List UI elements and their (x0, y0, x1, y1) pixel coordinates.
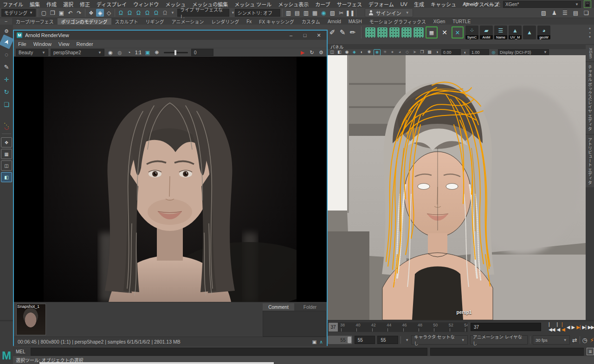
quad-draw-pen-icon[interactable]: ✐ (328, 26, 337, 38)
screen-space-aa-icon[interactable]: ❋ (374, 49, 381, 56)
multi-cut-x-icon[interactable]: ✕ (439, 26, 450, 38)
humanik-icon[interactable]: ♟ (550, 9, 558, 17)
channel-sliders-icon[interactable]: ☰ (561, 9, 569, 17)
wedge-icon[interactable] (413, 27, 424, 38)
anim-layer-dropdown[interactable]: アニメーション レイヤなし (470, 335, 528, 345)
shelf-tab[interactable]: FX キャッシング (255, 18, 298, 25)
renderview-menu-item[interactable]: View (58, 41, 70, 47)
symmetry-field[interactable]: シンメトリ: オフ (235, 9, 280, 17)
go-to-end-button[interactable]: ▶▶| (588, 325, 594, 330)
anim-prefs-clock-icon[interactable]: ◷ (582, 337, 588, 344)
target-weld-pen-icon[interactable]: ✏ (348, 26, 357, 38)
shelf-anim-icon[interactable]: ▰ AniM (480, 26, 493, 39)
shadows-icon[interactable]: ● (389, 49, 395, 55)
workspace-dropdown[interactable]: XGen*▼ (503, 1, 581, 8)
multi-cut-pen-icon[interactable]: ✎ (338, 26, 347, 38)
panel-vertical-tab[interactable]: チャネル ボックス/レイヤ エディタ (586, 62, 594, 134)
bridge-icon[interactable] (377, 27, 387, 38)
make-live-icon[interactable]: Ω (161, 9, 169, 17)
character-set-dropdown[interactable]: キャラクタ セットなし▼ (411, 335, 468, 345)
renderview-title-bar[interactable]: M Arnold RenderView –□✕ (14, 31, 327, 40)
fps-dropdown[interactable]: 30 fps▼ (533, 335, 570, 345)
menu-item[interactable]: メッシュ表示 (278, 0, 309, 8)
undo-icon[interactable]: ↶ (66, 9, 74, 17)
snap-curve-icon[interactable]: Ω (126, 9, 134, 17)
shelf-uvm-icon[interactable]: ▲ UV_M (509, 26, 522, 39)
tool-settings-icon[interactable]: ⚙ (1, 27, 12, 35)
menu-item[interactable]: ファイル (3, 0, 23, 8)
pause-viewport-icon[interactable]: ❚❚ (346, 9, 354, 17)
perspective-viewport[interactable] (328, 55, 586, 320)
minimize-button[interactable]: – (284, 31, 298, 39)
menu-item[interactable]: デフォーム (368, 0, 394, 8)
shelf-geow-icon[interactable]: ◕ geoW (537, 26, 550, 39)
range-slider-handle[interactable] (348, 337, 351, 343)
shelf-tab[interactable]: ポリゴンのモデリング (58, 18, 111, 25)
renderview-menu-item[interactable]: Window (33, 41, 52, 47)
snap-projected-center-icon[interactable]: Ω (143, 9, 151, 17)
shelf-name-icon[interactable]: ☰ Name (494, 26, 507, 39)
chevron-down-icon[interactable]: ▼ (405, 338, 409, 342)
active-x-bracket-icon[interactable]: ✕ (452, 26, 464, 38)
layer-stack-icon[interactable]: ❏ (582, 9, 590, 17)
shelf-tab[interactable]: TURTLE (449, 18, 474, 25)
live-surface-field[interactable]: ライブ サーフェスなし (177, 9, 229, 17)
menu-item[interactable]: ディスプレイ (97, 0, 127, 8)
menu-item[interactable]: 生成 (414, 0, 424, 8)
gamma-icon[interactable]: ◐ (462, 50, 468, 55)
refresh-render-icon[interactable]: ↻ (308, 49, 316, 56)
sign-in-button[interactable]: サインイン ▼ (365, 8, 413, 17)
menu-item[interactable]: 修正 (80, 0, 90, 8)
shelf-tab[interactable]: XGen (430, 18, 449, 25)
exposure-value-field[interactable]: 0 (191, 49, 213, 56)
current-frame-indicator[interactable]: 37 (329, 323, 338, 332)
ipr-render-icon[interactable]: ▦ (311, 9, 319, 17)
image-plane-icon[interactable]: ▩ (426, 49, 433, 55)
menu-item[interactable]: 選択 (63, 0, 73, 8)
rgb-channel-icon[interactable]: ◍ (116, 49, 123, 56)
timeline-track[interactable]: 36 37 384042444648505254 (322, 322, 468, 332)
move-tool[interactable]: ✛ (1, 74, 12, 85)
isolate-select-icon[interactable]: ➤ (412, 49, 418, 55)
go-to-start-button[interactable]: |◀◀ (549, 322, 555, 332)
textured-icon[interactable]: ◐ (359, 49, 365, 55)
menu-item[interactable]: ウィンドウ (133, 0, 159, 8)
scale-tool[interactable]: ❏ (1, 99, 12, 110)
select-hierarchy-icon[interactable]: ❖ (87, 9, 95, 17)
layout-two-pane-side[interactable]: ◫ (1, 160, 12, 171)
render-view-icon[interactable]: ▤ (293, 9, 301, 17)
snap-point-icon[interactable]: Ω (135, 9, 142, 17)
renderview-menu-item[interactable]: File (18, 41, 26, 47)
workspace-lock-icon[interactable] (584, 0, 591, 8)
shelf-collapse-button[interactable]: − (0, 18, 12, 25)
exposure-icon[interactable]: ◑ (434, 49, 440, 55)
menu-item[interactable]: UV (400, 1, 407, 7)
menu-item[interactable]: カーブ (315, 0, 330, 8)
lighting-icon[interactable]: ◉ (344, 49, 350, 55)
renderer-icon[interactable]: ◧ (336, 49, 342, 55)
range-slider[interactable]: 55 (328, 336, 352, 344)
rv-settings-gear-icon[interactable]: ⚙ (317, 49, 325, 56)
layout-four-pane[interactable]: ▦ (1, 149, 12, 159)
copy-panel-icon[interactable]: ❐ (419, 49, 425, 55)
close-button[interactable]: ✕ (312, 31, 326, 39)
render-current-frame-icon[interactable]: ▥ (302, 9, 310, 17)
wireframe-on-shaded-icon[interactable]: ❋ (366, 49, 372, 55)
shelf-symc-icon[interactable]: ⁘ SymC (465, 26, 478, 39)
hypershade-icon[interactable]: ▧ (329, 9, 336, 17)
xgen-guide-tool[interactable]: ⋱ (1, 119, 12, 130)
script-editor-icon[interactable]: ≣ (587, 348, 594, 355)
menu-item[interactable]: メッシュ ツール (234, 0, 271, 8)
comment-tab[interactable]: Comment (263, 303, 294, 311)
shelf-tab[interactable]: Arnold (324, 18, 345, 25)
film-gate-icon[interactable]: ◇ (404, 49, 410, 55)
renderview-menu-item[interactable]: Render (77, 41, 93, 47)
exposure-slider-handle[interactable] (174, 50, 176, 55)
menu-item[interactable]: 作成 (46, 0, 57, 8)
ipr-start-icon[interactable]: ◉ (107, 49, 114, 56)
rotate-tool[interactable]: ↻ (1, 86, 12, 97)
exposure-field[interactable]: 0.00 (441, 49, 461, 55)
menu-set-dropdown[interactable]: モデリング▼ (1, 9, 36, 17)
extrude-icon[interactable] (389, 27, 400, 38)
render-camera-dropdown[interactable]: perspShape2▼ (51, 49, 104, 56)
